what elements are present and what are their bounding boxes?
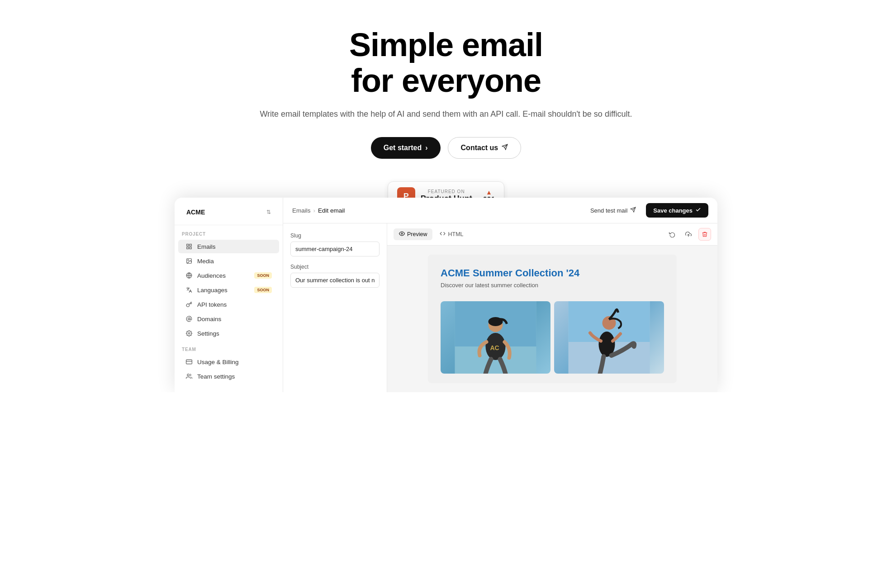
email-image-1: AC xyxy=(441,301,550,374)
main-content: Emails › Edit email Send test mail Save … xyxy=(283,198,717,392)
save-changes-button[interactable]: Save changes xyxy=(646,203,708,218)
sidebar-item-domains[interactable]: Domains xyxy=(178,312,279,326)
svg-point-11 xyxy=(188,332,190,334)
preview-toolbar: Preview HTML xyxy=(387,223,717,246)
send-icon xyxy=(502,144,508,152)
svg-text:AC: AC xyxy=(490,344,499,351)
chevron-down-icon: ⇅ xyxy=(266,209,271,215)
hero-buttons: Get started › Contact us xyxy=(9,137,883,159)
key-icon xyxy=(185,301,193,308)
delete-button[interactable] xyxy=(698,228,711,241)
soon-badge: Soon xyxy=(254,287,272,293)
soon-badge: Soon xyxy=(254,272,272,279)
svg-rect-3 xyxy=(190,244,191,246)
send-test-icon xyxy=(630,207,636,214)
svg-rect-2 xyxy=(187,244,189,246)
email-card: ACME Summer Collection '24 Discover our … xyxy=(428,255,677,383)
translate-icon xyxy=(185,286,193,294)
svg-rect-5 xyxy=(187,247,189,249)
tab-preview[interactable]: Preview xyxy=(394,228,432,240)
settings-icon xyxy=(185,330,193,337)
code-icon xyxy=(440,231,446,238)
breadcrumb-separator: › xyxy=(313,207,316,214)
top-actions: Send test mail Save changes xyxy=(586,203,708,218)
sidebar-item-audiences[interactable]: Audiences Soon xyxy=(178,269,279,282)
preview-panel: Preview HTML xyxy=(387,223,717,392)
undo-button[interactable] xyxy=(666,228,678,241)
breadcrumb: Emails › Edit email xyxy=(292,207,345,214)
sidebar-item-label: Media xyxy=(197,258,214,265)
team-section-label: TEAM xyxy=(175,341,283,355)
sidebar-item-label: API tokens xyxy=(197,301,227,308)
slug-input[interactable] xyxy=(290,242,380,256)
email-header-subtitle: Discover our latest summer collection xyxy=(441,282,664,289)
sidebar-item-label: Settings xyxy=(197,330,219,337)
editor-area: Slug Subject xyxy=(283,223,717,392)
email-image-2 xyxy=(554,301,664,374)
top-bar: Emails › Edit email Send test mail Save … xyxy=(283,198,717,223)
hero-section: Simple email for everyone Write email te… xyxy=(0,0,892,211)
sidebar-item-languages[interactable]: Languages Soon xyxy=(178,283,279,297)
sidebar-item-label: Team settings xyxy=(197,373,235,380)
subject-label: Subject xyxy=(290,264,380,270)
sidebar-item-emails[interactable]: Emails xyxy=(178,240,279,253)
at-icon xyxy=(185,315,193,322)
eye-icon xyxy=(399,231,405,238)
sidebar-item-label: Domains xyxy=(197,316,221,322)
svg-point-7 xyxy=(188,260,189,261)
sidebar-item-team-settings[interactable]: Team settings xyxy=(178,370,279,383)
workspace-name: ACME xyxy=(186,209,205,216)
chevron-right-icon: › xyxy=(425,144,427,152)
sidebar-header: ACME ⇅ xyxy=(175,198,283,225)
svg-point-10 xyxy=(188,318,190,320)
subject-input[interactable] xyxy=(290,273,380,288)
hero-title: Simple email for everyone xyxy=(9,27,883,99)
get-started-button[interactable]: Get started › xyxy=(371,137,441,159)
tab-html[interactable]: HTML xyxy=(434,228,469,240)
team-icon xyxy=(185,373,193,380)
sidebar-item-api-tokens[interactable]: API tokens xyxy=(178,298,279,311)
svg-point-17 xyxy=(401,233,403,234)
breadcrumb-emails-link[interactable]: Emails xyxy=(292,207,311,214)
sidebar-item-label: Audiences xyxy=(197,272,226,279)
contact-us-button[interactable]: Contact us xyxy=(448,137,522,159)
project-section-label: PROJECT xyxy=(175,225,283,239)
email-images: AC xyxy=(428,298,677,383)
send-test-mail-button[interactable]: Send test mail xyxy=(586,204,641,217)
sidebar-item-label: Emails xyxy=(197,243,216,250)
email-header-block: ACME Summer Collection '24 Discover our … xyxy=(428,255,677,298)
billing-icon xyxy=(185,358,193,365)
sidebar-item-label: Usage & Billing xyxy=(197,359,239,365)
breadcrumb-current: Edit email xyxy=(318,207,345,214)
form-panel: Slug Subject xyxy=(283,223,387,392)
svg-point-14 xyxy=(187,374,190,376)
workspace-selector[interactable]: ACME ⇅ xyxy=(182,205,275,219)
preview-tabs: Preview HTML xyxy=(394,228,469,240)
hero-subtitle: Write email templates with the help of A… xyxy=(9,108,883,121)
slug-label: Slug xyxy=(290,232,380,239)
sidebar-item-media[interactable]: Media xyxy=(178,254,279,268)
app-window: ACME ⇅ PROJECT Emails Media xyxy=(175,198,717,392)
sidebar-item-settings[interactable]: Settings xyxy=(178,327,279,340)
email-preview-content[interactable]: ACME Summer Collection '24 Discover our … xyxy=(387,246,717,392)
globe-icon xyxy=(185,272,193,279)
save-check-icon xyxy=(695,207,701,214)
svg-rect-4 xyxy=(190,247,191,249)
grid-icon xyxy=(185,243,193,250)
email-header-title: ACME Summer Collection '24 xyxy=(441,267,664,279)
sidebar-item-usage-billing[interactable]: Usage & Billing xyxy=(178,355,279,369)
sidebar-item-label: Languages xyxy=(197,287,228,294)
upvote-arrow-icon: ▲ xyxy=(486,189,492,196)
subject-field: Subject xyxy=(290,264,380,288)
cloud-button[interactable] xyxy=(682,228,695,241)
sidebar: ACME ⇅ PROJECT Emails Media xyxy=(175,198,283,392)
preview-toolbar-actions xyxy=(666,228,711,241)
image-icon xyxy=(185,257,193,265)
slug-field: Slug xyxy=(290,232,380,256)
svg-rect-12 xyxy=(186,360,192,364)
